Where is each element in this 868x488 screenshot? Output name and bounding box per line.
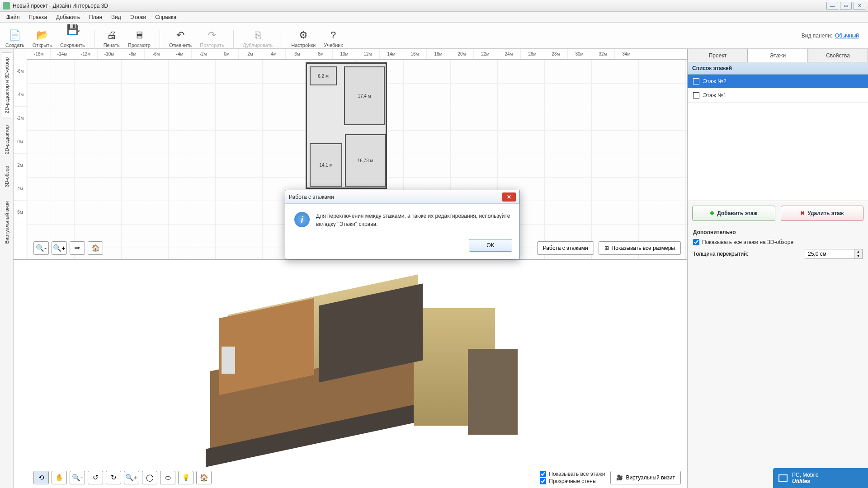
vp2d-tool[interactable]: 🏠 [88, 241, 103, 255]
vp3d-tool[interactable]: 💡 [178, 471, 193, 484]
vtab-1[interactable]: 2D-редактор [2, 120, 12, 159]
floor-list-header: Список этажей [688, 62, 868, 75]
menu-Файл[interactable]: Файл [2, 13, 24, 22]
vp3d-tool[interactable]: ◯ [142, 471, 157, 484]
checkbox-input[interactable] [540, 478, 546, 484]
checkbox-input[interactable] [540, 471, 546, 477]
vp3d-checkbox[interactable]: Прозрачные стены [540, 478, 605, 484]
promo-line2: Utilites [792, 478, 819, 484]
x-icon: ✖ [800, 210, 805, 216]
add-floor-button[interactable]: ✚ Добавить этаж [692, 206, 775, 221]
floor-list-item[interactable]: Этаж №1 [688, 89, 868, 103]
vp3d-tool[interactable]: ↻ [106, 471, 121, 484]
ruler-tick: -4м [168, 49, 192, 59]
menu-Добавить[interactable]: Добавить [52, 13, 85, 22]
viewport-3d[interactable]: ⟲✋🔍-↺↻🔍+◯⬭💡🏠 Показывать все этажиПрозрач… [14, 260, 687, 488]
ruler-tick: -2м [192, 49, 215, 59]
camera-icon: 🎥 [616, 474, 623, 481]
vp2d-tool[interactable]: ✏ [70, 241, 85, 255]
vp3d-tool[interactable]: 🔍+ [124, 471, 139, 484]
vp2d-tool[interactable]: 🔍- [33, 241, 49, 255]
toolbar-Создать[interactable]: 📄Создать [3, 28, 27, 49]
Создать-icon: 📄 [9, 29, 21, 42]
vp3d-tool[interactable]: ⟲ [33, 471, 49, 484]
floor-list-item[interactable]: Этаж №2 [688, 75, 868, 89]
toolbar-Просмотр[interactable]: 🖥Просмотр [125, 28, 153, 49]
main-toolbar: 📄Создать📂Открыть💾▾Сохранить🖨Печать🖥Просм… [0, 23, 868, 49]
spinner-up-icon[interactable]: ▲ [854, 249, 862, 254]
dialog-close-button[interactable]: ✕ [502, 192, 516, 202]
vp3d-checkbox[interactable]: Показывать все этажи [540, 471, 605, 477]
ruler-tick: -14м [51, 49, 74, 59]
delete-floor-button[interactable]: ✖ Удалить этаж [781, 206, 864, 221]
toolbar-label: Сохранить [60, 42, 85, 48]
room[interactable]: 17,4 м [344, 66, 385, 125]
vp3d-tool[interactable]: ⬭ [160, 471, 175, 484]
model-3d[interactable] [179, 277, 522, 471]
window-titlebar: Новый проект - Дизайн Интерьера 3D — ▭ ✕ [0, 0, 868, 12]
ruler-tick: 26м [521, 49, 544, 59]
ruler-tick: -6м [14, 60, 27, 83]
view-mode-label: Вид панели: [802, 33, 832, 39]
room[interactable]: 14,1 м [310, 143, 342, 187]
vtab-3[interactable]: Виртуальный визит [2, 194, 12, 249]
toolbar-Открыть[interactable]: 📂Открыть [30, 28, 55, 49]
toolbar-Настройки[interactable]: ⚙Настройки [288, 28, 318, 49]
vp2d-tool[interactable]: 🔍+ [52, 241, 67, 255]
vp3d-toolbar: ⟲✋🔍-↺↻🔍+◯⬭💡🏠 [33, 471, 212, 484]
vp3d-tool[interactable]: 🔍- [70, 471, 85, 484]
toolbar-label: Отменить [169, 42, 192, 48]
right-tab-Этажи[interactable]: Этажи [748, 49, 808, 62]
menu-План[interactable]: План [85, 13, 107, 22]
virtual-visit-button[interactable]: 🎥 Виртуальный визит [610, 471, 681, 484]
menu-bar: ФайлПравкаДобавитьПланВидЭтажиСправка [0, 12, 868, 23]
ruler-tick: 32м [591, 49, 615, 59]
right-tab-Свойства[interactable]: Свойства [808, 49, 868, 62]
promo-badge[interactable]: PC, Mobile Utilites [773, 468, 868, 488]
thickness-input[interactable] [805, 249, 854, 259]
show-all-3d-checkbox[interactable]: Показывать все этажи на 3D-обзоре [693, 239, 863, 245]
spinner-down-icon[interactable]: ▼ [854, 254, 862, 258]
toolbar-separator [160, 30, 160, 49]
thickness-label: Толщина перекрытий: [693, 251, 748, 257]
minimize-button[interactable]: — [826, 2, 838, 10]
maximize-button[interactable]: ▭ [840, 2, 852, 10]
ruler-tick: 6м [14, 201, 27, 224]
menu-Справка[interactable]: Справка [151, 13, 181, 22]
right-tab-Проект[interactable]: Проект [688, 49, 748, 62]
vp2d-right-button[interactable]: Работа с этажами [537, 241, 594, 255]
ruler-tick: -2м [14, 107, 27, 130]
close-button[interactable]: ✕ [854, 2, 865, 10]
info-icon: i [294, 212, 310, 227]
toolbar-Печать[interactable]: 🖨Печать [101, 28, 123, 49]
vtab-2[interactable]: 3D-обзор [2, 161, 12, 192]
floorplan[interactable]: 6,2 м17,4 м14,1 м16,73 м [306, 62, 387, 189]
vp2d-right-toolbar: Работа с этажами⊞Показывать все размеры [537, 241, 681, 255]
vtab-0[interactable]: 2D-редактор и 3D-обзор [2, 52, 12, 118]
dropdown-icon[interactable]: ▾ [78, 29, 80, 33]
toolbar-Отменить[interactable]: ↶Отменить [166, 28, 194, 49]
menu-Этажи[interactable]: Этажи [126, 13, 151, 22]
toolbar-separator [233, 30, 234, 49]
toolbar-Повторить[interactable]: ↷Повторить [197, 28, 227, 49]
thickness-spinner[interactable]: ▲▼ [805, 249, 863, 259]
vp3d-tool[interactable]: 🏠 [196, 471, 212, 484]
vp3d-tool[interactable]: ↺ [88, 471, 103, 484]
toolbar-Учебник[interactable]: ?Учебник [321, 28, 345, 49]
show-all-3d-input[interactable] [693, 239, 699, 245]
ruler-tick: 24м [497, 49, 521, 59]
dialog-ok-button[interactable]: OK [469, 239, 512, 252]
menu-Вид[interactable]: Вид [107, 13, 126, 22]
ruler-tick: -4м [14, 83, 27, 107]
room[interactable]: 16,73 м [345, 134, 386, 187]
vp2d-right-button[interactable]: ⊞Показывать все размеры [599, 241, 681, 255]
room[interactable]: 6,2 м [310, 66, 337, 85]
menu-Правка[interactable]: Правка [24, 13, 52, 22]
Сохранить-icon: 💾 [66, 23, 79, 36]
toolbar-label: Создать [5, 42, 24, 48]
toolbar-Сохранить[interactable]: 💾▾Сохранить [57, 22, 88, 49]
view-mode-value[interactable]: Обычный [835, 33, 859, 39]
Дублировать-icon: ⎘ [251, 29, 264, 42]
toolbar-Дублировать[interactable]: ⎘Дублировать [240, 28, 275, 49]
vp3d-tool[interactable]: ✋ [52, 471, 67, 484]
